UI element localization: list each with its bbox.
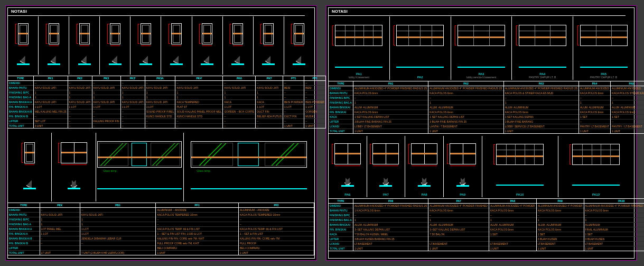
cell-7-9: MUSIK [304, 114, 325, 119]
cell-3-3: 1 [536, 218, 584, 223]
cell-9-0: 1 UNIT [353, 246, 428, 251]
cell-8-5: – [175, 119, 223, 124]
row-label-4: BAHAN BINGKAI A [8, 227, 40, 232]
cell-3-0: 1 [40, 222, 80, 227]
cell-0-8: – [283, 81, 304, 86]
cell-0-3: ALUMINIUM – ANODIZE [239, 208, 314, 213]
cell-3-1: 1 [428, 218, 489, 223]
cell-2-6: 1 [223, 90, 256, 95]
cell-3-2: 1 [503, 100, 578, 105]
cell-2-5: 1 [175, 90, 223, 95]
storefront-caption-PA10: PA10 [482, 193, 558, 196]
cell-7-0: – [40, 241, 80, 246]
cell-0-6: – [223, 81, 256, 86]
cell-1-2: KACA POLOS TEMPERED 10mm [156, 213, 239, 217]
cell-2-0: – [353, 96, 428, 100]
row-label-2: FINISHING B/PC [8, 217, 40, 222]
cell-2-3: – [579, 96, 611, 100]
cell-0-3: ALUMINIUM ANODIZED 4" POWDER [536, 204, 584, 208]
door-plan-PK3' [109, 58, 122, 68]
cell-9-3: – [120, 124, 145, 129]
cell-5-0: 1 LOT [40, 232, 80, 236]
cell-1-1: KACA POLOS 6mm [428, 208, 489, 213]
storefront-cell-PA4: PA4PANTRY DAPUR LT. B [512, 16, 573, 80]
cell-5-1: KACA POLOS 6mm [428, 110, 503, 115]
cell-8-1: LT.BASEMENT [428, 242, 489, 246]
cell-2-1: 1 [80, 217, 156, 222]
cell-7-8: DUCT FIN [283, 114, 304, 119]
cell-8-0 [40, 246, 80, 251]
cell-8-3: PANTRY LT.BASEMENT [579, 124, 611, 129]
row-label-8: LIFTER [8, 119, 33, 124]
sheet2-bottom-drawings: PA6 PA7 PA8 PA9 PA10 [329, 136, 634, 197]
col-type-label: TYPE [329, 199, 353, 204]
storefront-plan-PA10 [496, 181, 544, 189]
sheet-1: NOTASI [5, 5, 317, 261]
cell-1-9: BESI [304, 86, 325, 90]
cell-9-1: 7 UNIT (2 BUAH KHR UUR/FLOOR) [80, 251, 156, 255]
cell-5-4: FINAL ALUMINIUM [584, 227, 644, 232]
cell-7-2: FULL PROOF CORE selv 7M; KAIT [156, 241, 239, 246]
storefront-caption-PA2: PA2 [390, 76, 451, 79]
cell-3-4: 1 [584, 218, 644, 223]
door-plan-PA6 [341, 179, 354, 190]
cell-6-3: 1 SET [536, 232, 584, 237]
cell-6-6: GORDEN – BOX CORTE [223, 109, 256, 114]
cell-2-2: – [503, 96, 578, 100]
cell-4-2: ALUM. ALUMINIUM [489, 223, 536, 227]
row-label-8: LIFTER [8, 246, 40, 251]
cell-5-2: KACA POLOS 6mm [489, 227, 536, 232]
cell-8-3: – [120, 119, 145, 124]
cell-0-0: – [40, 208, 80, 213]
cell-8-3: BELI COMPARU [239, 246, 314, 251]
cell-1-1: KAYU SOLID JATI [68, 86, 92, 90]
door-plan-PK3 [78, 58, 91, 68]
cell-1-0: KAYU SOLID JATI [33, 86, 68, 90]
caption-PA8: PA8 [405, 193, 443, 196]
cell-1-5: KAYU SOLID JATI [175, 86, 223, 90]
cell-9-1: 1 UNIT [428, 246, 489, 251]
cell-2-4: – [611, 96, 644, 100]
cell-5-2: KACA POLOS 6mm [503, 110, 578, 115]
cell-9-3: 1 UNIT [239, 251, 314, 255]
cell-4-0: KAYU SOLID JATI [33, 100, 68, 105]
door-elev-PB1 [61, 142, 87, 163]
cell-9-0: 3 UNIT [33, 124, 68, 129]
cell-9-7: – [256, 124, 283, 129]
cell-0-2: ALUMINIUM ANODIZED 4" POWDER FINISHED RA… [503, 86, 578, 91]
col-header-PA1: PA1 [353, 81, 428, 86]
cell-7-1 [428, 237, 489, 242]
cell-2-4: – [584, 213, 644, 218]
cell-2-3: 1 [120, 90, 145, 95]
col-header-PK2: PK2 [68, 76, 92, 81]
cell-4-3: ALUM. ALUMINIUM [579, 105, 611, 110]
row-label-0: DIMENSI [8, 208, 40, 213]
door-cell-PT1 [254, 16, 284, 75]
cell-7-3: FULL PROOF [239, 241, 314, 246]
storefront-cell-PA10: PA10 [482, 136, 558, 197]
cell-6-2: KALUNG FIN FIN; CORE selv 7M; KAIT [156, 236, 239, 241]
cell-5-0: KACA POLOS 6mm [353, 110, 428, 115]
cell-4-0: LOT PANEL MEL [40, 227, 80, 232]
cell-5-0: 3–SET KALUNG DEPAN LIST [353, 227, 428, 232]
row-label-1: BAHAN PINTU [329, 208, 353, 213]
cell-4-0: ALUM. ALUMINIUM [353, 105, 428, 110]
col-header-PT1: PT1 [283, 76, 304, 81]
cell-5-1: 1 LOT [68, 105, 92, 109]
door-plan-PT2 [293, 58, 305, 68]
cell-5-1: 1 LOT [80, 232, 156, 236]
door-plan-PEX [23, 182, 36, 192]
sheet-1-title: NOTASI [8, 8, 30, 15]
cell-9-4: 1 UNIT [611, 129, 644, 134]
cell-9-1: 1 UNIT [428, 129, 503, 134]
col-header-PK6: PK6 [223, 76, 256, 81]
cell-1-3: KACA POLOS TEMPERED 10mm [239, 213, 314, 217]
cell-1-4: KACA POLOS STIKER KACA ES [611, 91, 644, 96]
cell-3-0: 1 [33, 95, 68, 100]
cell-8-4: PANTRY / LT.BASEMENT [611, 124, 644, 129]
cell-7-2 [489, 237, 536, 242]
cell-4-1: 1 LOT [80, 227, 156, 232]
cell-9-4: 1 UNIT [584, 246, 644, 251]
cell-4-7: KACA [256, 100, 283, 105]
row-label-5: FIN. BINGKAI [329, 110, 353, 115]
